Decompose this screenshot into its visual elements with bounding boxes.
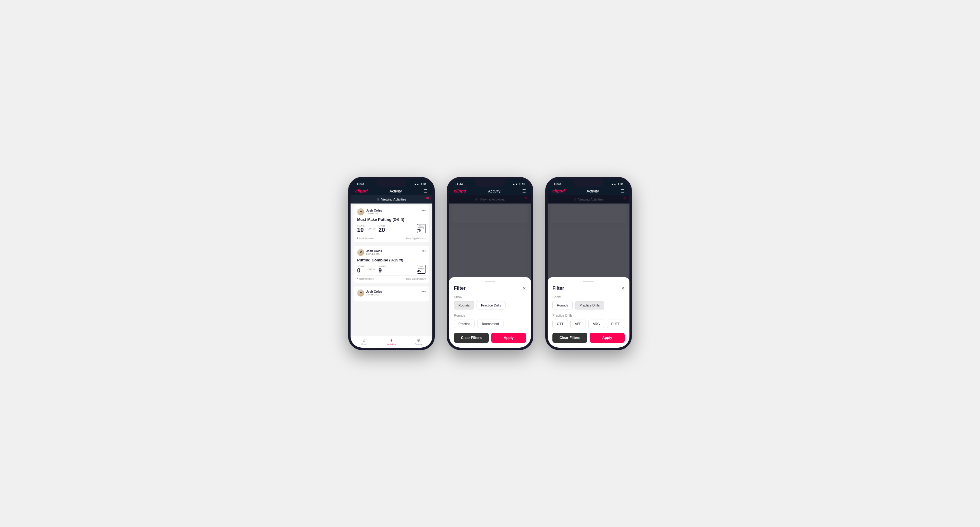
avatar-1: 🏴 xyxy=(357,208,364,216)
phone-notch-3 xyxy=(574,179,603,187)
screen-wrapper-1: ⚙ Viewing Activities 🏴 Josh Coles xyxy=(350,195,433,348)
clear-filters-btn-3[interactable]: Clear Filters xyxy=(552,333,587,343)
show-options-2: Rounds Practice Drills xyxy=(454,301,526,310)
show-options-3: Rounds Practice Drills xyxy=(552,301,625,310)
user-name-1: Josh Coles xyxy=(366,209,382,212)
user-date-2: 28 Feb 2023 xyxy=(366,253,382,256)
shot-quality-badge-1: Shot Quality 75 xyxy=(417,224,426,233)
battery-icon-3: 51 xyxy=(620,183,624,186)
modal-handle-3 xyxy=(583,281,594,282)
more-dots-1[interactable]: ••• xyxy=(421,208,426,213)
filter-btn-app-3[interactable]: APP xyxy=(570,320,586,328)
modal-close-3[interactable]: ✕ xyxy=(621,286,625,290)
header-title-1: Activity xyxy=(390,189,402,194)
filter-btn-tournament-2[interactable]: Tournament xyxy=(477,320,503,328)
filter-btn-rounds-3[interactable]: Rounds xyxy=(552,301,573,310)
user-name-2: Josh Coles xyxy=(366,249,382,253)
filter-btn-practice-drills-2[interactable]: Practice Drills xyxy=(477,301,506,310)
filter-btn-practice-2[interactable]: Practice xyxy=(454,320,475,328)
filter-btn-arg-3[interactable]: ARG xyxy=(588,320,605,328)
phone-notch-2 xyxy=(475,179,505,187)
card-footer-2: ℹ Test Information Data: Clippd Capture xyxy=(357,275,426,280)
nav-home-1[interactable]: ⌂ Home xyxy=(350,338,378,345)
filter-btn-rounds-2[interactable]: Rounds xyxy=(454,301,474,310)
menu-icon-1[interactable]: ☰ xyxy=(424,189,428,194)
menu-icon-3[interactable]: ☰ xyxy=(621,189,625,194)
time-2: 11:33 xyxy=(455,183,463,186)
menu-icon-2[interactable]: ☰ xyxy=(522,189,526,194)
logo-2: clippd xyxy=(454,189,466,194)
shots-value-2: 9 xyxy=(378,267,385,273)
activity-card-3: 🏴 Josh Coles 28 Feb 2023 ••• xyxy=(353,286,430,302)
modal-handle-2 xyxy=(485,281,495,282)
card-title-1: Must Make Putting (3-6 ft) xyxy=(357,217,426,222)
nav-capture-1[interactable]: ⊕ Capture xyxy=(405,338,433,345)
score-value-2: 0 xyxy=(357,267,364,273)
user-date-3: 28 Feb 2023 xyxy=(366,293,382,296)
phone-notch-1 xyxy=(377,179,406,187)
apply-btn-2[interactable]: Apply xyxy=(491,333,526,343)
logo-1: clippd xyxy=(355,189,368,194)
filter-btn-ott-3[interactable]: OTT xyxy=(552,320,568,328)
footer-info-1: ℹ Test Information xyxy=(357,237,374,239)
nav-home-label-1: Home xyxy=(361,343,367,345)
phone-2: 11:33 ▲▲ ✦ 51 clippd Activity ☰ ⚙ Viewin… xyxy=(447,177,533,350)
status-icons-3: ▲▲ ✦ 51 xyxy=(611,183,624,186)
status-icons-2: ▲▲ ✦ 51 xyxy=(512,183,525,186)
modal-title-2: Filter xyxy=(454,286,466,291)
filter-btn-putt-3[interactable]: PUTT xyxy=(607,320,624,328)
modal-title-3: Filter xyxy=(552,286,564,291)
modal-footer-2: Clear Filters Apply xyxy=(454,333,526,343)
practice-drills-label-3: Practice Drills xyxy=(552,314,625,317)
show-label-2: Show xyxy=(454,295,526,299)
clear-filters-btn-2[interactable]: Clear Filters xyxy=(454,333,489,343)
viewing-bar-1[interactable]: ⚙ Viewing Activities xyxy=(350,195,433,203)
signal-icon-3: ▲▲ xyxy=(611,183,616,186)
card-title-2: Putting Combine (3-15 ft) xyxy=(357,258,426,262)
user-info-1: 🏴 Josh Coles 28 Feb 2023 xyxy=(357,208,382,216)
shot-quality-badge-2: Shot Quality 45 xyxy=(417,265,426,274)
battery-icon-1: 51 xyxy=(423,183,426,186)
more-dots-3[interactable]: ••• xyxy=(421,289,426,294)
modal-overlay-3: Filter ✕ Show Rounds Practice Drills Pra… xyxy=(547,195,630,348)
screen-content-1: ⚙ Viewing Activities 🏴 Josh Coles xyxy=(350,195,433,336)
wifi-icon-3: ✦ xyxy=(617,183,620,186)
logo-3: clippd xyxy=(552,189,565,194)
card-header-3: 🏴 Josh Coles 28 Feb 2023 ••• xyxy=(357,289,426,297)
phone-3: 11:33 ▲▲ ✦ 51 clippd Activity ☰ ⚙ Viewin… xyxy=(545,177,632,350)
capture-icon-1: ⊕ xyxy=(417,338,420,343)
activity-card-1: 🏴 Josh Coles 28 Feb 2023 ••• Must Make P… xyxy=(353,205,430,242)
practice-drills-options-3: OTT APP ARG PUTT xyxy=(552,320,625,328)
more-dots-2[interactable]: ••• xyxy=(421,249,426,253)
filter-btn-practice-drills-3[interactable]: Practice Drills xyxy=(575,301,604,310)
modal-header-3: Filter ✕ xyxy=(552,286,625,291)
screen-wrapper-2: ⚙ Viewing Activities Filter ✕ Show Round… xyxy=(449,195,531,348)
viewing-bar-dot-1 xyxy=(426,197,429,199)
nav-activities-1[interactable]: ♦ Activities xyxy=(378,338,405,345)
activities-icon-1: ♦ xyxy=(390,338,392,343)
wifi-icon-2: ✦ xyxy=(519,183,521,186)
header-title-3: Activity xyxy=(587,189,599,194)
card-header-2: 🏴 Josh Coles 28 Feb 2023 ••• xyxy=(357,249,426,256)
viewing-bar-text-1: Viewing Activities xyxy=(381,198,406,201)
app-header-2: clippd Activity ☰ xyxy=(449,187,531,195)
rounds-label-2: Rounds xyxy=(454,314,526,317)
user-info-2: 🏴 Josh Coles 28 Feb 2023 xyxy=(357,249,382,256)
phone-1: 11:33 ▲▲ ✦ 51 clippd Activity ☰ ⚙ Viewin… xyxy=(348,177,435,350)
card-stats-1: Score 10 OUT OF Shots 20 Shot Quality 75 xyxy=(357,224,426,233)
home-icon-1: ⌂ xyxy=(363,338,365,343)
card-stats-2: Score 0 OUT OF Shots 9 Shot Quality 45 xyxy=(357,265,426,274)
header-title-2: Activity xyxy=(488,189,500,194)
modal-close-2[interactable]: ✕ xyxy=(523,286,526,290)
nav-capture-label-1: Capture xyxy=(415,343,423,345)
nav-activities-label-1: Activities xyxy=(387,343,396,345)
show-label-3: Show xyxy=(552,295,625,299)
modal-sheet-3: Filter ✕ Show Rounds Practice Drills Pra… xyxy=(547,277,630,348)
apply-btn-3[interactable]: Apply xyxy=(590,333,625,343)
app-header-3: clippd Activity ☰ xyxy=(547,187,630,195)
activity-card-2: 🏴 Josh Coles 28 Feb 2023 ••• Putting Com… xyxy=(353,246,430,283)
avatar-2: 🏴 xyxy=(357,249,364,256)
signal-icon-1: ▲▲ xyxy=(414,183,419,186)
footer-data-2: Data: Clippd Capture xyxy=(406,278,426,280)
time-1: 11:33 xyxy=(356,183,364,186)
